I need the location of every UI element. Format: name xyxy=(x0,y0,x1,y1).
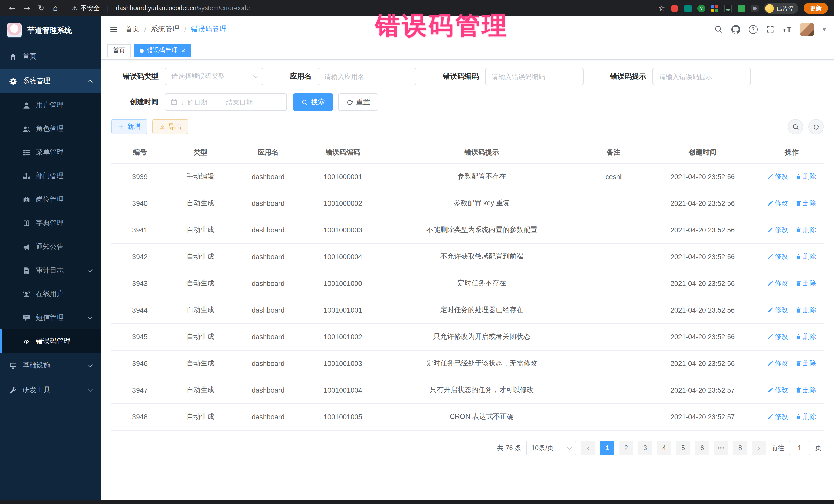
user-avatar[interactable] xyxy=(800,22,814,36)
edit-link[interactable]: 修改 xyxy=(767,199,788,208)
end-date-input[interactable] xyxy=(226,98,263,106)
page-button-5[interactable]: 5 xyxy=(676,441,690,455)
address-bar[interactable]: dashboard.yudao.iocoder.cn/system/error-… xyxy=(116,5,250,12)
sidebar-group-system[interactable]: 系统管理 xyxy=(0,69,101,93)
close-icon[interactable]: × xyxy=(181,47,185,54)
error-type-select[interactable]: 请选择错误码类型 xyxy=(165,68,263,85)
sidebar-item-audit-log[interactable]: 审计日志 xyxy=(0,259,101,282)
page-button-1[interactable]: 1 xyxy=(600,441,614,455)
browser-update-button[interactable]: 更新 xyxy=(804,3,828,14)
tag-home[interactable]: 首页 xyxy=(107,44,131,57)
page-button-3[interactable]: 3 xyxy=(638,441,652,455)
edit-link[interactable]: 修改 xyxy=(767,225,788,235)
help-icon[interactable]: ? xyxy=(749,25,757,34)
error-hint-input[interactable] xyxy=(652,68,751,85)
extension-icon-on[interactable]: on xyxy=(724,4,732,12)
sidebar-item-role-management[interactable]: 角色管理 xyxy=(0,117,101,140)
bookmark-star-icon[interactable]: ☆ xyxy=(658,4,665,13)
edit-link[interactable]: 修改 xyxy=(767,305,788,314)
export-button[interactable]: 导出 xyxy=(152,119,188,134)
extension-icon-leaf[interactable] xyxy=(738,4,745,12)
sidebar-item-notice[interactable]: 通知公告 xyxy=(0,235,101,259)
delete-link[interactable]: 删除 xyxy=(795,279,816,288)
extension-icon-pin[interactable] xyxy=(751,4,759,12)
chevron-down-icon xyxy=(88,362,93,367)
sidebar-item-sms-management[interactable]: 短信管理 xyxy=(0,306,101,329)
site-security[interactable]: ⚠ 不安全 xyxy=(72,4,100,13)
refresh-table-button[interactable] xyxy=(808,119,824,134)
delete-link[interactable]: 删除 xyxy=(795,172,816,181)
page-size-select[interactable]: 10条/页 xyxy=(526,441,576,455)
reload-icon[interactable]: ↻ xyxy=(35,2,47,14)
sidebar-item-error-code-management[interactable]: 错误码管理 xyxy=(0,329,101,353)
trash-icon xyxy=(795,174,802,180)
toggle-search-button[interactable] xyxy=(788,119,803,134)
edit-link[interactable]: 修改 xyxy=(767,359,788,368)
extension-icon-red[interactable] xyxy=(671,4,679,12)
security-label: 不安全 xyxy=(81,4,100,13)
sidebar-group-infrastructure[interactable]: 基础设施 xyxy=(0,353,101,378)
next-page-button[interactable]: › xyxy=(752,441,766,455)
sidebar-item-home[interactable]: 首页 xyxy=(0,44,101,69)
delete-link[interactable]: 删除 xyxy=(795,332,816,341)
reset-button[interactable]: 重置 xyxy=(338,93,378,111)
cell-time: 2021-04-20 23:52:56 xyxy=(646,350,760,377)
goto-label: 前往 xyxy=(771,443,784,453)
page-button-4[interactable]: 4 xyxy=(657,441,671,455)
calendar-icon xyxy=(170,98,178,106)
forward-icon[interactable]: → xyxy=(21,2,33,14)
page-button-6[interactable]: 6 xyxy=(695,441,709,455)
fullscreen-icon[interactable] xyxy=(766,25,774,34)
edit-link[interactable]: 修改 xyxy=(767,386,788,395)
page-button-2[interactable]: 2 xyxy=(619,441,633,455)
sidebar-item-post-management[interactable]: 岗位管理 xyxy=(0,188,101,212)
error-code-input[interactable] xyxy=(485,68,584,85)
caret-down-icon[interactable]: ▾ xyxy=(823,26,826,33)
edit-link[interactable]: 修改 xyxy=(767,172,788,181)
sidebar-item-dict-management[interactable]: 字典管理 xyxy=(0,212,101,235)
edit-link[interactable]: 修改 xyxy=(767,412,788,421)
cell-hint: 不能删除类型为系统内置的参数配置 xyxy=(382,217,581,243)
more-pages-button[interactable]: ••• xyxy=(714,441,728,455)
edit-link[interactable]: 修改 xyxy=(767,332,788,341)
sidebar-group-dev-tools[interactable]: 研发工具 xyxy=(0,378,101,402)
collapse-sidebar-icon[interactable] xyxy=(109,25,118,34)
extension-icon-green-v[interactable]: V xyxy=(698,4,705,12)
extension-icon-teal[interactable] xyxy=(684,4,692,12)
tag-error-code[interactable]: 错误码管理 × xyxy=(134,44,191,57)
github-icon[interactable] xyxy=(731,25,740,34)
sidebar-item-online-users[interactable]: 在线用户 xyxy=(0,282,101,306)
back-icon[interactable]: ← xyxy=(6,2,19,14)
sidebar-item-user-management[interactable]: 用户管理 xyxy=(0,93,101,117)
delete-link[interactable]: 删除 xyxy=(795,386,816,395)
edit-link[interactable]: 修改 xyxy=(767,252,788,261)
delete-link[interactable]: 删除 xyxy=(795,225,816,235)
delete-label: 删除 xyxy=(803,412,816,421)
breadcrumb-system[interactable]: 系统管理 xyxy=(151,25,180,34)
extension-icon-grid[interactable] xyxy=(711,4,719,12)
delete-link[interactable]: 删除 xyxy=(795,199,816,208)
prev-page-button[interactable]: ‹ xyxy=(581,441,595,455)
search-button[interactable]: 搜索 xyxy=(293,93,333,111)
delete-link[interactable]: 删除 xyxy=(795,359,816,368)
delete-link[interactable]: 删除 xyxy=(795,252,816,261)
start-date-input[interactable] xyxy=(181,98,218,106)
edit-link[interactable]: 修改 xyxy=(767,279,788,288)
create-time-range-picker[interactable]: - xyxy=(165,93,287,111)
sidebar-item-menu-management[interactable]: 菜单管理 xyxy=(0,140,101,164)
breadcrumb-home[interactable]: 首页 xyxy=(125,25,139,34)
delete-link[interactable]: 删除 xyxy=(795,412,816,421)
sidebar-item-dept-management[interactable]: 部门管理 xyxy=(0,164,101,188)
search-icon[interactable] xyxy=(714,25,722,34)
page-button-8[interactable]: 8 xyxy=(733,441,747,455)
font-size-icon[interactable]: TT xyxy=(783,25,791,33)
add-button[interactable]: 新增 xyxy=(111,119,147,134)
profile-paused-badge[interactable]: 已暂停 xyxy=(764,3,798,14)
app-name-input[interactable] xyxy=(318,68,416,85)
edit-label: 修改 xyxy=(775,252,788,261)
total-count: 共 76 条 xyxy=(497,443,522,453)
delete-link[interactable]: 删除 xyxy=(795,305,816,314)
delete-label: 删除 xyxy=(803,279,816,288)
goto-page-input[interactable] xyxy=(789,441,810,455)
home-icon[interactable]: ⌂ xyxy=(49,2,62,14)
